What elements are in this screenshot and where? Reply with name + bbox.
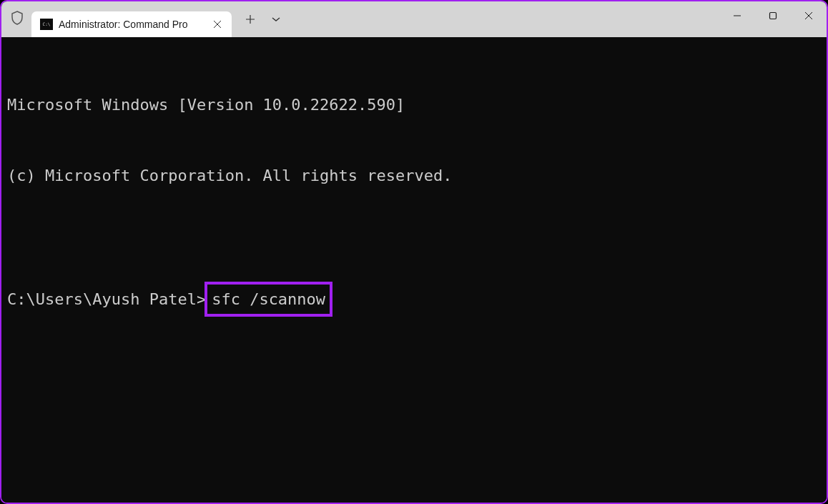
app-icon-wrapper (3, 1, 31, 37)
shield-icon (11, 11, 24, 28)
terminal-prompt: C:\Users\Ayush Patel> (7, 287, 206, 311)
terminal-prompt-line: C:\Users\Ayush Patel>sfc /scannow (7, 282, 821, 317)
maximize-button[interactable] (755, 1, 791, 30)
new-tab-button[interactable] (239, 8, 262, 31)
close-button[interactable] (791, 1, 827, 30)
terminal-output-line: Microsoft Windows [Version 10.0.22622.59… (7, 93, 821, 117)
terminal-command: sfc /scannow (212, 290, 325, 308)
tab-active[interactable]: C:\ Administrator: Command Pro (31, 11, 232, 37)
terminal-content[interactable]: Microsoft Windows [Version 10.0.22622.59… (1, 37, 827, 503)
minimize-button[interactable] (719, 1, 755, 30)
command-highlight: sfc /scannow (204, 282, 332, 317)
cmd-icon: C:\ (40, 19, 53, 30)
window-controls (719, 1, 827, 30)
terminal-window: C:\ Administrator: Command Pro (0, 0, 828, 504)
tab-close-button[interactable] (210, 17, 225, 31)
svg-rect-5 (770, 13, 777, 19)
tab-dropdown-button[interactable] (265, 8, 287, 31)
tab-title: Administrator: Command Pro (59, 19, 204, 30)
titlebar: C:\ Administrator: Command Pro (1, 1, 827, 37)
terminal-output-line: (c) Microsoft Corporation. All rights re… (7, 164, 821, 187)
